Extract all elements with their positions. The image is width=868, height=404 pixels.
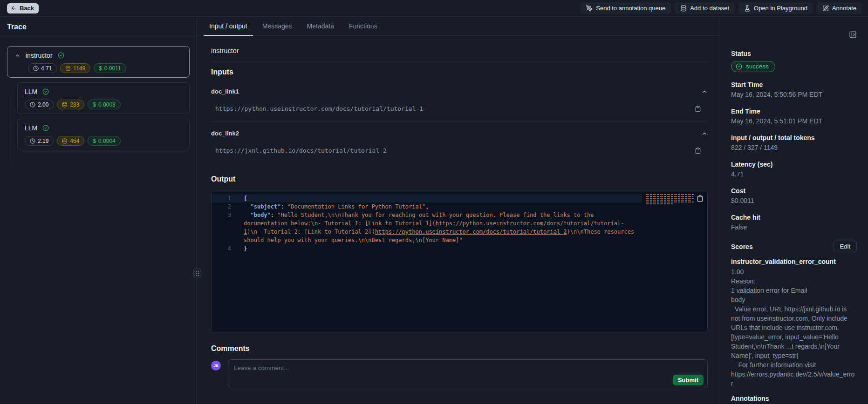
comments-heading: Comments [211,344,708,353]
database-icon [680,5,687,12]
dollar-icon: $ [93,101,96,108]
trace-panel-title: Trace [0,17,197,37]
chevron-up-icon [701,88,708,95]
latency-badge: 2.00 [25,100,54,109]
clipboard-icon [695,106,701,112]
grip-dots-icon [196,271,199,276]
copy-output-button[interactable] [697,195,704,202]
node-name: LLM [25,124,37,132]
arrow-left-icon [11,5,17,11]
collapse-panel-button[interactable] [849,31,857,39]
latency-badge: 4.71 [28,63,57,73]
header-actions: Send to annotation queue Add to dataset … [581,2,862,14]
io-content: instructor Inputs doc_link1 https://pyth… [197,47,719,390]
tokens-badge: 233 [57,100,84,109]
open-in-playground-button[interactable]: Open in Playground [738,2,813,14]
output-code-editor[interactable]: 1 { 2 "subject": "Documentation Links fo… [211,191,708,332]
tree-node-llm-2[interactable]: LLM 2.19 454 $ 0.0004 [17,119,190,150]
copy-doc-link1-button[interactable] [695,106,701,112]
detail-field-latency: Latency (sec) 4.71 [731,161,857,178]
tab-bar: Input / output Messages Metadata Functio… [197,17,719,36]
cost-badge: $ 0.0011 [94,63,126,73]
edit-icon [822,5,829,12]
add-to-dataset-label: Add to dataset [690,5,729,12]
chevron-up-icon [701,130,708,137]
inputs-divider [211,121,708,122]
status-badge: success [731,61,775,72]
detail-field-cost: Cost $0.0011 [731,187,857,205]
tree-node-llm-1[interactable]: LLM 2.00 233 $ 0.0003 [17,82,190,114]
panel-right-icon [849,31,857,39]
send-to-annotation-queue-button[interactable]: Send to annotation queue [581,2,671,14]
back-label: Back [20,5,34,12]
detail-field-tokens: Input / output / total tokens 822 / 327 … [731,134,857,152]
add-to-dataset-button[interactable]: Add to dataset [675,2,735,14]
clock-icon [30,102,35,108]
clock-icon [33,66,39,71]
top-bar: Back Send to annotation queue Add to dat… [0,0,868,17]
code-minimap [646,194,694,205]
annotate-button[interactable]: Annotate [817,2,862,14]
scores-label: Scores [731,243,753,250]
clipboard-icon [697,195,704,202]
clock-icon [30,138,35,144]
doc-link1-value: https://python.useinstructor.com/docs/tu… [215,105,423,112]
collapse-doc-link1-button[interactable] [701,88,708,95]
node-name: instructor [26,52,53,59]
doc-link2-value: https://jxnl.github.io/docs/tutorial/tut… [215,147,387,154]
check-circle-icon [736,63,742,70]
trace-tree-panel: Trace instructor 4.71 1149 [0,17,197,404]
tab-functions[interactable]: Functions [343,17,383,35]
score-reason: Reason: 1 validation error for Email bod… [731,276,857,388]
clipboard-icon [695,148,701,154]
code-line: 3 "body": "Hello Student,\n\nThank you f… [212,211,642,244]
status-label: Status [731,50,857,57]
trace-tree: instructor 4.71 1149 $ 0.0011 [0,37,197,150]
submit-comment-button[interactable]: Submit [673,375,704,385]
cost-badge: $ 0.0004 [88,136,120,146]
flask-icon [744,5,751,12]
chevron-up-icon[interactable] [14,53,21,59]
database-icon [65,66,71,71]
inputs-heading: Inputs [211,68,708,76]
check-circle-icon [42,125,49,131]
edit-scores-button[interactable]: Edit [834,241,857,252]
check-circle-icon [42,88,49,95]
avatar: JB [211,361,221,370]
detail-field-start-time: Start Time May 16, 2024, 5:50:56 PM EDT [731,81,857,99]
code-url-2: https://python.useinstructor.com/docs/tu… [375,229,567,235]
observation-panel: Input / output Messages Metadata Functio… [197,17,719,404]
tokens-badge: 1149 [60,63,90,73]
observation-title: instructor [211,47,708,61]
database-icon [62,138,68,144]
score-name: instructor_validation_error_count [731,258,857,265]
details-panel: Status success Start Time May 16, 2024, … [719,17,868,404]
tab-metadata[interactable]: Metadata [301,17,340,35]
input-label-doc-link2: doc_link2 [211,130,239,137]
annotations-heading: Annotations [731,395,857,402]
node-name: LLM [25,88,37,95]
send-to-annotation-queue-label: Send to annotation queue [596,5,665,12]
detail-field-end-time: End Time May 16, 2024, 5:51:01 PM EDT [731,108,857,125]
tokens-badge: 454 [57,136,84,146]
check-circle-icon [58,52,64,59]
open-in-playground-label: Open in Playground [754,5,807,12]
collapse-doc-link2-button[interactable] [701,130,708,137]
dollar-icon: $ [99,65,102,72]
comment-input[interactable] [228,359,708,388]
tab-messages[interactable]: Messages [257,17,298,35]
dollar-icon: $ [93,138,96,144]
panel-resize-handle[interactable] [193,269,201,278]
code-line: 4 } [212,244,642,253]
back-button[interactable]: Back [7,3,39,13]
copy-doc-link2-button[interactable] [695,148,701,154]
tab-input-output[interactable]: Input / output [204,17,253,35]
tree-node-instructor[interactable]: instructor 4.71 1149 $ 0.0011 [7,46,190,78]
code-line: 1 { [212,194,642,202]
database-icon [62,102,68,108]
pen-tool-icon [586,5,593,12]
code-line: 2 "subject": "Documentation Links for Py… [212,202,642,211]
detail-field-cache-hit: Cache hit False [731,214,857,231]
score-value: 1.00 [731,267,857,276]
cost-badge: $ 0.0003 [88,100,120,109]
